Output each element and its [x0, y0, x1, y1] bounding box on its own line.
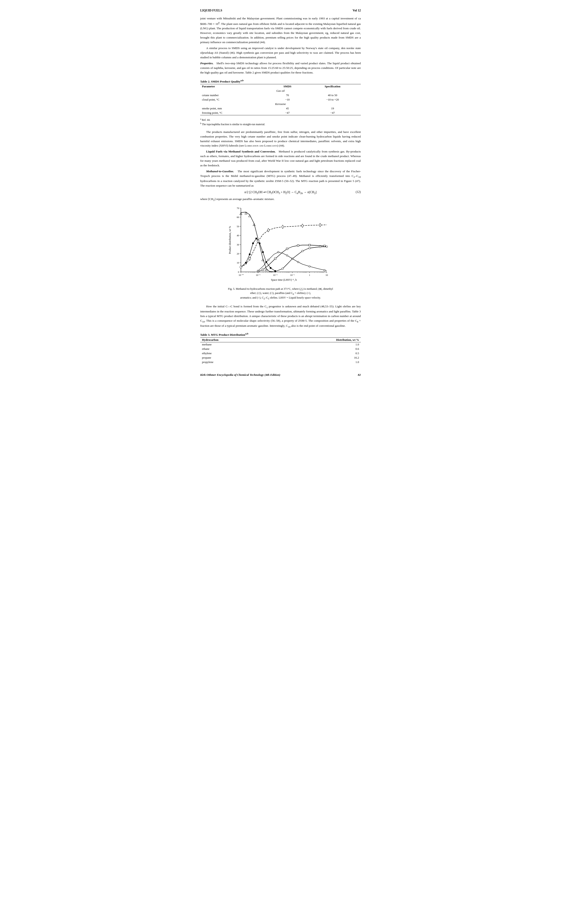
table-row: smoke point, mm 45 19	[200, 106, 361, 111]
equation-text: n/2 [2 CH3OH ⇌ CH3OCH3 + H2O] → CnH2n → …	[244, 190, 316, 194]
page-header: LIQUID FUELS Vol 12	[200, 9, 361, 12]
fig5-caption: Fig. 5. Methanol-to-hydrocarbons reactio…	[228, 287, 333, 300]
svg-text:1: 1	[309, 274, 310, 276]
svg-text:10⁻²: 10⁻²	[273, 274, 278, 276]
intro-paragraphs: joint venture with Mitsubishi and the Ma…	[200, 16, 361, 75]
svg-point-108	[319, 246, 321, 248]
svg-point-112	[278, 251, 279, 253]
param-smoke: smoke point, mm	[200, 106, 271, 111]
section-mtg-text: The products manufactured are predominan…	[200, 130, 361, 188]
svg-point-88	[270, 267, 272, 269]
svg-text:40: 40	[237, 234, 239, 237]
col-hydrocarbon: Hydrocarbon	[200, 338, 269, 342]
gas-oil-label: Gas oil	[200, 88, 361, 93]
spec-cloud: −10 to +20	[304, 98, 361, 102]
dist-methane: 1.0	[269, 342, 361, 347]
svg-text:0: 0	[238, 271, 239, 273]
para-liquid-fuels: Liquid Fuels via Methanol Synthesis and …	[200, 149, 361, 168]
col-smds: SMDS	[271, 84, 304, 89]
svg-point-107	[309, 247, 310, 249]
svg-text:10⁻⁴: 10⁻⁴	[239, 274, 243, 276]
svg-point-104	[282, 268, 284, 270]
svg-point-115	[309, 266, 310, 267]
hc-propane: propane	[200, 356, 269, 360]
footer-right: 82	[358, 373, 361, 376]
para-1: joint venture with Mitsubishi and the Ma…	[200, 16, 361, 45]
para-where: where [CH2] represents an average paraff…	[200, 197, 361, 202]
header-title: LIQUID FUELS	[200, 9, 222, 12]
chart-svg: 0 10 20 30 40 50 60 70 Product distribut…	[228, 206, 333, 285]
svg-text:20: 20	[237, 252, 239, 255]
svg-rect-99	[274, 258, 276, 260]
para-cc-bond: How the initial C—C bond is formed from …	[200, 304, 361, 328]
footnote-a: a Ref. 44.	[200, 117, 361, 122]
hc-methane: methane	[200, 342, 269, 347]
para-2: A similar process to SMDS using an impro…	[200, 46, 361, 60]
svg-rect-102	[309, 244, 310, 246]
svg-point-106	[302, 250, 303, 252]
table-row: propane 16.2	[200, 356, 361, 360]
table2-footnotes: a Ref. 44. b The tops/naphtha fraction i…	[200, 117, 361, 126]
svg-point-82	[249, 254, 250, 255]
svg-point-86	[262, 251, 264, 253]
table-row: ethylene 0.5	[200, 351, 361, 356]
dist-propylene: 1.0	[269, 360, 361, 364]
table3-title: Table 3. MTG Product Distributiona,b	[200, 332, 361, 337]
spec-smoke: 19	[304, 106, 361, 111]
table2: Parameter SMDS Specification Gas oil cet…	[200, 84, 361, 115]
where-text: where [CH2] represents an average paraff…	[200, 197, 361, 202]
dist-ethylene: 0.5	[269, 351, 361, 356]
col-parameter: Parameter	[200, 84, 271, 89]
svg-text:10⁻¹: 10⁻¹	[290, 274, 295, 276]
svg-text:10⁻³: 10⁻³	[256, 274, 261, 276]
svg-text:Space time (LHSV)⁻¹, h: Space time (LHSV)⁻¹, h	[271, 278, 297, 281]
table3-superscript: a,b	[245, 332, 248, 335]
smds-cetane: 70	[271, 93, 304, 98]
table-row: ethane 0.6	[200, 347, 361, 351]
table-row: cloud point, °C −10 −10 to +20	[200, 98, 361, 102]
svg-text:70: 70	[237, 207, 239, 210]
spec-cetane: 40 to 50	[304, 93, 361, 98]
kerosene-label: Kerosene	[200, 102, 361, 106]
table-row: cetane number 70 40 to 50	[200, 93, 361, 98]
smds-freezing: −47	[271, 111, 304, 115]
svg-rect-98	[262, 269, 264, 271]
spec-freezing: −47	[304, 111, 361, 115]
svg-text:Product distribution, wt %: Product distribution, wt %	[228, 226, 231, 254]
dist-propane: 16.2	[269, 356, 361, 360]
col-distribution: Distribution, wt %	[269, 338, 361, 342]
page-footer: Kirk-Othmer Encyclopedia of Chemical Tec…	[200, 373, 361, 376]
smds-smoke: 45	[271, 106, 304, 111]
table2-title: Table 2. SMDS Product Qualitya,b	[200, 79, 361, 83]
hc-ethane: ethane	[200, 347, 269, 351]
svg-rect-0	[241, 208, 327, 272]
table3: Hydrocarbon Distribution, wt % methane 1…	[200, 338, 361, 364]
svg-point-113	[286, 255, 288, 256]
param-freezing: freezing point, °C	[200, 111, 271, 115]
table2-superscript: a,b	[240, 79, 244, 82]
para-products: The products manufactured are predominan…	[200, 130, 361, 148]
svg-point-85	[259, 243, 261, 244]
hc-ethylene: ethylene	[200, 351, 269, 356]
hc-propylene: propylene	[200, 360, 269, 364]
svg-point-83	[252, 243, 254, 244]
header-volume: Vol 12	[352, 9, 361, 12]
svg-text:10: 10	[237, 261, 239, 264]
figure-5: 0 10 20 30 40 50 60 70 Product distribut…	[228, 206, 333, 300]
table-row: propylene 1.0	[200, 360, 361, 364]
para-3: Properties. Shell's two-step SMDS techno…	[200, 61, 361, 75]
dist-ethane: 0.6	[269, 347, 361, 351]
svg-point-84	[255, 238, 257, 239]
svg-point-111	[268, 259, 269, 261]
smds-cloud: −10	[271, 98, 304, 102]
svg-text:50: 50	[237, 225, 239, 228]
svg-point-109	[326, 246, 328, 248]
after-fig-text: How the initial C—C bond is formed from …	[200, 304, 361, 328]
table-row: methane 1.0	[200, 342, 361, 347]
col-specification: Specification	[304, 84, 361, 89]
svg-text:30: 30	[237, 243, 239, 246]
param-cetane: cetane number	[200, 93, 271, 98]
svg-text:10: 10	[326, 274, 328, 276]
svg-rect-100	[286, 248, 288, 250]
svg-rect-101	[297, 244, 299, 246]
